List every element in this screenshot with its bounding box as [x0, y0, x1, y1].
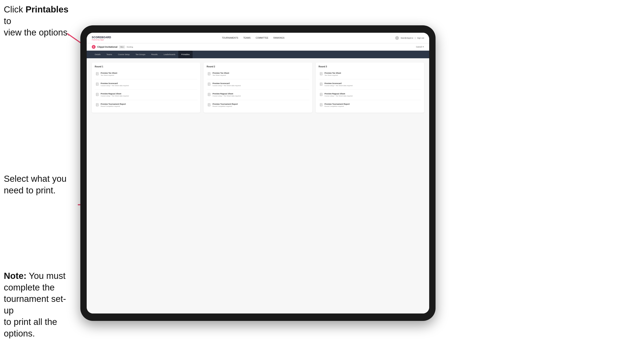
tournament-name-section: C Clippd Invitational Men Hosting — [92, 45, 133, 49]
round3-scorecard-sub: Course setup + Tee Sheet data required — [324, 85, 420, 87]
sign-out-link[interactable]: Sign out — [417, 37, 424, 39]
round2-tournament-report[interactable]: Preview Tournament Report Round Completi… — [206, 101, 309, 109]
round1-raguzzi[interactable]: Preview Raguzzi Sheet Course setup + Tee… — [95, 91, 197, 99]
round2-scorecard-title: Preview Scorecard — [212, 82, 308, 84]
tournament-logo: C — [92, 45, 96, 49]
round2-tee-sheet-sub: Tee Sheet required — [212, 74, 308, 76]
round2-raguzzi-sub: Course setup + Tee Sheet data required — [212, 95, 308, 97]
cancel-button[interactable]: Cancel ✕ — [416, 46, 424, 48]
round3-tee-sheet-text: Preview Tee Sheet Tee Sheet required — [324, 72, 420, 76]
annotation-bottom: Note: You mustcomplete thetournament set… — [4, 270, 76, 340]
round1-scorecard[interactable]: Preview Scorecard Course setup + Tee She… — [95, 81, 197, 88]
round1-tee-sheet-title: Preview Tee Sheet — [101, 72, 196, 74]
round-3-column: Round 3 Preview Tee Sheet Tee Sheet requ… — [316, 62, 424, 113]
round2-tee-sheet[interactable]: Preview Tee Sheet Tee Sheet required — [206, 70, 309, 78]
round2-raguzzi-title: Preview Raguzzi Sheet — [212, 93, 308, 95]
round3-raguzzi-text: Preview Raguzzi Sheet Course setup + Tee… — [324, 93, 420, 97]
divider — [95, 79, 197, 79]
tournament-bracket: Men — [119, 46, 125, 48]
user-email: blair@clippd.io — [401, 37, 413, 39]
round2-tournament-report-title: Preview Tournament Report — [212, 103, 308, 105]
round1-tournament-report[interactable]: Preview Tournament Report Round Completi… — [95, 101, 197, 109]
round3-tournament-report-text: Preview Tournament Report Round Completi… — [324, 103, 420, 107]
round-3-title: Round 3 — [318, 65, 421, 68]
round2-scorecard[interactable]: Preview Scorecard Course setup + Tee She… — [206, 81, 309, 88]
tab-teams[interactable]: Teams — [104, 51, 115, 58]
divider — [95, 100, 197, 100]
round3-raguzzi-title: Preview Raguzzi Sheet — [324, 93, 420, 95]
document-icon — [96, 72, 99, 76]
round3-tee-sheet-sub: Tee Sheet required — [324, 74, 420, 76]
round1-tee-sheet[interactable]: Preview Tee Sheet Tee Sheet required — [95, 70, 197, 78]
document-icon — [320, 72, 323, 76]
document-icon — [96, 103, 99, 107]
round2-raguzzi[interactable]: Preview Raguzzi Sheet Course setup + Tee… — [206, 91, 309, 99]
nav-teams[interactable]: TEAMS — [243, 36, 250, 40]
brand-name: SCOREBOARD — [92, 36, 111, 39]
nav-rankings[interactable]: RANKINGS — [273, 36, 284, 40]
annotation-bold-note: Note: — [4, 271, 26, 281]
round1-scorecard-sub: Course setup + Tee Sheet data required — [101, 85, 196, 87]
round3-tournament-report-sub: Round Completion required — [324, 105, 420, 107]
document-icon — [208, 72, 211, 76]
nav-committee[interactable]: COMMITTEE — [256, 36, 268, 40]
nav-tournaments[interactable]: TOURNAMENTS — [222, 36, 238, 40]
round3-tee-sheet-title: Preview Tee Sheet — [324, 72, 420, 74]
round3-tournament-report[interactable]: Preview Tournament Report Round Completi… — [318, 101, 421, 109]
round3-raguzzi[interactable]: Preview Raguzzi Sheet Course setup + Tee… — [318, 91, 421, 99]
round3-scorecard-text: Preview Scorecard Course setup + Tee She… — [324, 82, 420, 87]
document-icon — [96, 83, 99, 86]
round-2-title: Round 2 — [206, 65, 309, 68]
top-nav: SCOREBOARD Powered by clippd TOURNAMENTS… — [87, 33, 429, 43]
brand-sub: Powered by clippd — [92, 39, 111, 40]
round1-raguzzi-sub: Course setup + Tee Sheet data required — [101, 95, 196, 97]
tab-tee-groups[interactable]: Tee Groups — [132, 51, 148, 58]
sign-out-separator: | — [415, 37, 416, 39]
round3-tee-sheet[interactable]: Preview Tee Sheet Tee Sheet required — [318, 70, 421, 78]
round1-raguzzi-text: Preview Raguzzi Sheet Course setup + Tee… — [101, 93, 196, 97]
document-icon — [208, 93, 211, 96]
document-icon — [208, 83, 211, 86]
rounds-grid: Round 1 Preview Tee Sheet Tee Sheet requ… — [92, 62, 424, 113]
tab-details[interactable]: Details — [92, 51, 104, 58]
round1-scorecard-title: Preview Scorecard — [101, 82, 196, 84]
round1-tournament-report-sub: Round Completion required — [101, 105, 196, 107]
round2-tee-sheet-title: Preview Tee Sheet — [212, 72, 308, 74]
round-2-column: Round 2 Preview Tee Sheet Tee Sheet requ… — [204, 62, 312, 113]
divider — [206, 100, 309, 100]
tournament-title: Clippd Invitational — [97, 46, 117, 48]
tournament-status: Hosting — [127, 46, 133, 48]
round1-tee-sheet-sub: Tee Sheet required — [101, 74, 196, 76]
nav-links: TOURNAMENTS TEAMS COMMITTEE RANKINGS — [222, 36, 284, 40]
tablet-frame: SCOREBOARD Powered by clippd TOURNAMENTS… — [80, 25, 436, 321]
document-icon — [208, 103, 211, 107]
document-icon — [320, 83, 323, 86]
round1-tournament-report-title: Preview Tournament Report — [101, 103, 196, 105]
divider — [206, 79, 309, 79]
annotation-middle: Select what youneed to print. — [4, 173, 76, 196]
round2-scorecard-text: Preview Scorecard Course setup + Tee She… — [212, 82, 308, 87]
round2-raguzzi-text: Preview Raguzzi Sheet Course setup + Tee… — [212, 93, 308, 97]
tab-course-setup[interactable]: Course Setup — [115, 51, 132, 58]
round2-tee-sheet-text: Preview Tee Sheet Tee Sheet required — [212, 72, 308, 76]
round-1-column: Round 1 Preview Tee Sheet Tee Sheet requ… — [92, 62, 200, 113]
round2-tournament-report-text: Preview Tournament Report Round Completi… — [212, 103, 308, 107]
round3-scorecard-title: Preview Scorecard — [324, 82, 420, 84]
round2-scorecard-sub: Course setup + Tee Sheet data required — [212, 85, 308, 87]
round1-tournament-report-text: Preview Tournament Report Round Completi… — [101, 103, 196, 107]
tablet-screen: SCOREBOARD Powered by clippd TOURNAMENTS… — [87, 33, 429, 314]
round1-raguzzi-title: Preview Raguzzi Sheet — [101, 93, 196, 95]
sub-nav: Details Teams Course Setup Tee Groups Re… — [87, 51, 429, 58]
tournament-header: C Clippd Invitational Men Hosting Cancel… — [87, 43, 429, 51]
document-icon — [320, 93, 323, 96]
annotation-top: Click Printables toview the options. — [4, 4, 76, 38]
nav-right: blair@clippd.io | Sign out — [395, 36, 424, 40]
round1-tee-sheet-text: Preview Tee Sheet Tee Sheet required — [101, 72, 196, 76]
main-content: Round 1 Preview Tee Sheet Tee Sheet requ… — [87, 58, 429, 314]
tab-leaderboards[interactable]: Leaderboards — [161, 51, 178, 58]
round-1-title: Round 1 — [95, 65, 197, 68]
tab-results[interactable]: Results — [148, 51, 161, 58]
round3-scorecard[interactable]: Preview Scorecard Course setup + Tee She… — [318, 81, 421, 88]
tab-printables[interactable]: Printables — [178, 51, 192, 58]
annotation-bold-printables: Printables — [26, 4, 68, 14]
